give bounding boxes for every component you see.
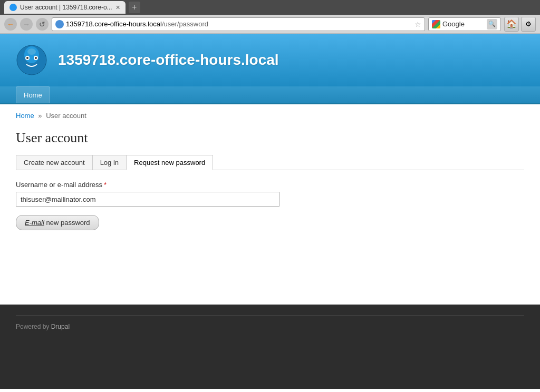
forward-button[interactable]: → xyxy=(20,18,33,31)
address-text: 1359718.core-office-hours.local/user/pas… xyxy=(66,20,208,28)
browser-window: User account | 1359718.core-o... ✕ + ← →… xyxy=(0,0,540,34)
site-name: 1359718.core-office-hours.local xyxy=(58,52,279,68)
tabs-container: Create new account Log in Request new pa… xyxy=(16,154,524,170)
submit-highlight: E-mail xyxy=(25,219,44,227)
back-button[interactable]: ← xyxy=(4,18,17,31)
nav-item-home[interactable]: Home xyxy=(16,86,50,103)
search-bar[interactable]: Google 🔍 xyxy=(428,17,501,31)
address-icon xyxy=(55,20,64,28)
username-label: Username or e-mail address* xyxy=(16,181,332,189)
drupal-link[interactable]: Drupal xyxy=(51,323,70,330)
bookmark-icon[interactable]: ☆ xyxy=(414,20,421,28)
browser-titlebar: User account | 1359718.core-o... ✕ + xyxy=(0,0,540,15)
username-input[interactable] xyxy=(16,192,279,207)
site-header: 1359718.core-office-hours.local xyxy=(0,34,540,86)
search-input-label: Google xyxy=(442,20,485,28)
tab-create-account[interactable]: Create new account xyxy=(16,155,93,170)
content-area: Home » User account User account Create … xyxy=(0,104,540,305)
breadcrumb: Home » User account xyxy=(16,112,524,120)
tab-title: User account | 1359718.core-o... xyxy=(20,4,112,11)
address-bar[interactable]: 1359718.core-office-hours.local/user/pas… xyxy=(52,17,425,31)
new-tab-button[interactable]: + xyxy=(129,2,140,13)
refresh-button[interactable]: ↺ xyxy=(36,18,49,31)
svg-point-6 xyxy=(27,48,36,55)
browser-tab[interactable]: User account | 1359718.core-o... ✕ xyxy=(4,1,126,14)
site-footer: Powered by Drupal xyxy=(0,305,540,389)
breadcrumb-current: User account xyxy=(46,112,86,120)
site-navigation: Home xyxy=(0,86,540,104)
extension-icon[interactable]: ⚙ xyxy=(521,17,536,32)
required-marker: * xyxy=(104,181,107,189)
search-go-button[interactable]: 🔍 xyxy=(487,19,497,30)
tab-close-btn[interactable]: ✕ xyxy=(115,4,120,11)
browser-extra-icons: 🏠 ⚙ xyxy=(504,17,536,32)
home-button[interactable]: 🏠 xyxy=(504,17,519,32)
page-title: User account xyxy=(16,130,524,146)
tab-login[interactable]: Log in xyxy=(92,155,127,170)
footer-divider xyxy=(16,315,524,316)
submit-text: new password xyxy=(44,219,90,227)
breadcrumb-separator: » xyxy=(38,112,42,120)
tab-favicon xyxy=(9,4,17,11)
address-domain: 1359718.core-office-hours.local xyxy=(66,20,162,28)
footer-text: Powered by Drupal xyxy=(16,323,524,330)
tab-request-password[interactable]: Request new password xyxy=(126,155,213,170)
drupal-logo xyxy=(16,44,47,76)
google-icon xyxy=(432,20,440,28)
breadcrumb-home-link[interactable]: Home xyxy=(16,112,34,120)
password-reset-form: Username or e-mail address* E-mail new p… xyxy=(16,181,332,230)
svg-point-4 xyxy=(26,57,28,59)
email-password-button[interactable]: E-mail new password xyxy=(16,215,99,230)
browser-toolbar: ← → ↺ 1359718.core-office-hours.local/us… xyxy=(0,15,540,34)
address-path: /user/password xyxy=(162,20,208,28)
svg-point-5 xyxy=(35,57,37,59)
